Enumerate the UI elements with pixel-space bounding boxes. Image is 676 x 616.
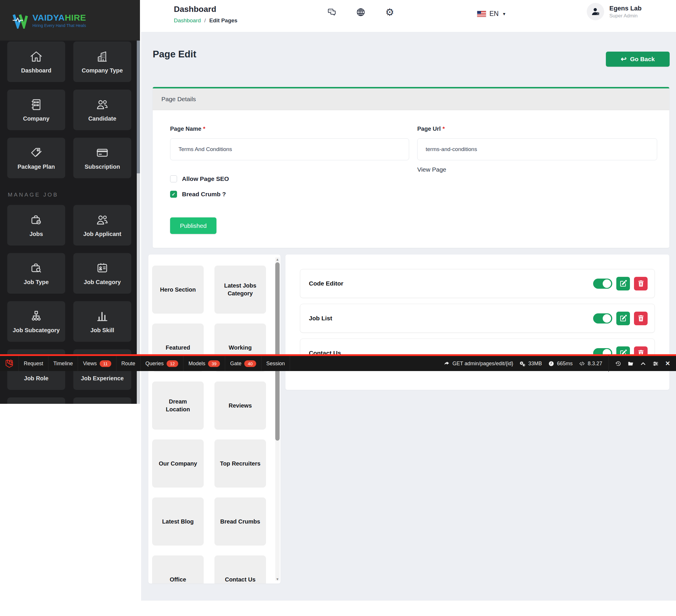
- required-asterisk: *: [203, 125, 206, 132]
- enable-toggle[interactable]: [593, 278, 612, 289]
- briefcase-link-icon: [29, 213, 43, 227]
- share-arrow-icon: [444, 361, 450, 367]
- debugbar-tab-request[interactable]: Request: [19, 356, 48, 371]
- request-route: GET admin/pages/edit/{id}: [444, 361, 513, 367]
- users-icon: [95, 213, 109, 227]
- brand-name-blue: VAIDYA: [33, 13, 65, 22]
- bread-crumb-checkbox[interactable]: ✓ Bread Crumb ?: [170, 191, 226, 198]
- delete-button[interactable]: [634, 312, 647, 325]
- globe-icon[interactable]: [355, 7, 366, 17]
- request-duration: 665ms: [548, 361, 573, 367]
- sidebar: VAIDYAHIRE Hiring Every Hand That Heals …: [0, 0, 140, 404]
- sidebar-menu-grid: Dashboard Company Type Company Candidate…: [0, 41, 140, 178]
- sidebar-item-job-skill[interactable]: Job Skill: [73, 301, 131, 342]
- user-profile[interactable]: Egens Lab Super Admin: [587, 3, 641, 20]
- minimize-chevron-icon[interactable]: [640, 361, 646, 367]
- sidebar-section-manage-job: MANAGE JOB: [0, 178, 140, 205]
- palette-tile-latest-jobs-category[interactable]: Latest Jobs Category: [214, 265, 266, 314]
- breadcrumb-dashboard-link[interactable]: Dashboard: [174, 17, 201, 24]
- debugbar-tab-queries[interactable]: Queries12: [140, 356, 184, 371]
- edit-button[interactable]: [616, 312, 630, 325]
- main-area: Dashboard Dashboard / Edit Pages ⚙ EN ▼: [141, 0, 676, 616]
- enable-toggle[interactable]: [593, 313, 612, 323]
- trash-icon: [637, 315, 644, 322]
- scroll-down-icon[interactable]: ▼: [275, 577, 280, 581]
- php-version: 8.3.27: [579, 361, 602, 367]
- bar-chart-icon: [95, 309, 109, 323]
- sidebar-item-partial-left[interactable]: [7, 398, 65, 404]
- palette-tile-contact-us[interactable]: Contact Us: [214, 555, 266, 583]
- go-back-button[interactable]: ↩ Go Back: [606, 52, 670, 67]
- chat-icon[interactable]: [327, 7, 337, 17]
- brand-tagline: Hiring Every Hand That Heals: [33, 23, 86, 28]
- home-icon: [29, 50, 43, 63]
- gear-icon[interactable]: ⚙: [385, 7, 395, 17]
- sidebar-item-dashboard[interactable]: Dashboard: [7, 42, 65, 82]
- page-url-label: Page Url*: [417, 125, 445, 132]
- folder-icon[interactable]: [628, 361, 634, 367]
- sidebar-item-jobs[interactable]: Jobs: [7, 205, 65, 246]
- sidebar-item-partial-right[interactable]: [73, 398, 131, 404]
- back-arrow-icon: ↩: [621, 56, 626, 63]
- breadcrumb-separator: /: [204, 17, 206, 24]
- settings-sliders-icon[interactable]: [653, 361, 659, 367]
- palette-tile-hero-section[interactable]: Hero Section: [152, 265, 204, 314]
- palette-tile-reviews[interactable]: Reviews: [214, 381, 266, 429]
- user-role: Super Admin: [609, 13, 641, 19]
- history-icon[interactable]: [615, 361, 621, 367]
- laravel-debugbar: Request Timeline Views11 Route Queries12…: [0, 354, 676, 371]
- palette-tile-latest-blog[interactable]: Latest Blog: [152, 498, 204, 546]
- page-edit-screen: VAIDYAHIRE Hiring Every Hand That Heals …: [0, 0, 676, 616]
- palette-tile-our-company[interactable]: Our Company: [152, 440, 204, 487]
- language-selector[interactable]: EN ▼: [477, 10, 506, 18]
- view-page-link[interactable]: View Page: [417, 166, 446, 173]
- sidebar-item-job-category[interactable]: Job Category: [73, 253, 131, 294]
- palette-scrollbar-thumb[interactable]: [275, 262, 280, 441]
- scroll-up-icon[interactable]: ▲: [275, 257, 280, 261]
- palette-tile-top-recruiters[interactable]: Top Recruiters: [214, 440, 266, 487]
- sidebar-item-job-applicant[interactable]: Job Applicant: [73, 205, 131, 246]
- sidebar-scrollbar-thumb[interactable]: [137, 41, 140, 173]
- sidebar-item-package-plan[interactable]: Package Plan: [7, 138, 65, 178]
- laravel-logo-icon[interactable]: [0, 356, 19, 371]
- breadcrumb-current: Edit Pages: [209, 17, 237, 24]
- sidebar-item-subscription[interactable]: Subscription: [73, 138, 131, 178]
- clock-icon: [548, 361, 554, 367]
- page-title: Page Edit: [153, 49, 196, 60]
- palette-tile-office[interactable]: Office: [152, 555, 204, 583]
- users-icon: [95, 98, 109, 112]
- debugbar-tab-timeline[interactable]: Timeline: [48, 356, 78, 371]
- tags-icon: [29, 146, 43, 160]
- sidebar-item-company[interactable]: Company: [7, 90, 65, 130]
- palette-tile-dream-location[interactable]: Dream Location: [152, 381, 204, 429]
- hierarchy-icon: [29, 309, 43, 323]
- delete-button[interactable]: [634, 277, 647, 291]
- page-name-label: Page Name*: [170, 125, 206, 132]
- debugbar-tab-views[interactable]: Views11: [78, 356, 116, 371]
- palette-tile-bread-crumbs[interactable]: Bread Crumbs: [214, 498, 266, 546]
- edit-button[interactable]: [616, 277, 630, 291]
- divider: [609, 355, 609, 372]
- page-name-input[interactable]: [170, 138, 409, 160]
- language-code: EN: [490, 10, 499, 18]
- debugbar-tab-session[interactable]: Session: [261, 356, 290, 371]
- close-icon[interactable]: ✕: [665, 360, 670, 367]
- brand-logo[interactable]: VAIDYAHIRE Hiring Every Hand That Heals: [0, 0, 140, 41]
- sidebar-item-candidate[interactable]: Candidate: [73, 90, 131, 130]
- sidebar-item-job-type[interactable]: Job Type: [7, 253, 65, 294]
- allow-page-seo-checkbox[interactable]: Allow Page SEO: [170, 175, 229, 182]
- sidebar-item-company-type[interactable]: Company Type: [73, 42, 131, 82]
- published-button[interactable]: Published: [170, 217, 217, 234]
- avatar: [587, 3, 604, 20]
- sidebar-item-job-subcategory[interactable]: Job Subcategory: [7, 301, 65, 342]
- debugbar-tab-models[interactable]: Models39: [183, 356, 225, 371]
- page-url-input[interactable]: [417, 138, 657, 160]
- debugbar-tab-route[interactable]: Route: [116, 356, 140, 371]
- header-title: Dashboard: [174, 5, 216, 14]
- user-name: Egens Lab: [609, 5, 641, 12]
- briefcase-search-icon: [29, 261, 43, 275]
- palette-grid: Hero Section Latest Jobs Category Featur…: [148, 255, 280, 583]
- debugbar-tab-gate[interactable]: Gate40: [225, 356, 261, 371]
- debugbar-status: GET admin/pages/edit/{id} 33MB 665ms 8.3…: [444, 356, 676, 371]
- gate-count-badge: 40: [244, 360, 256, 367]
